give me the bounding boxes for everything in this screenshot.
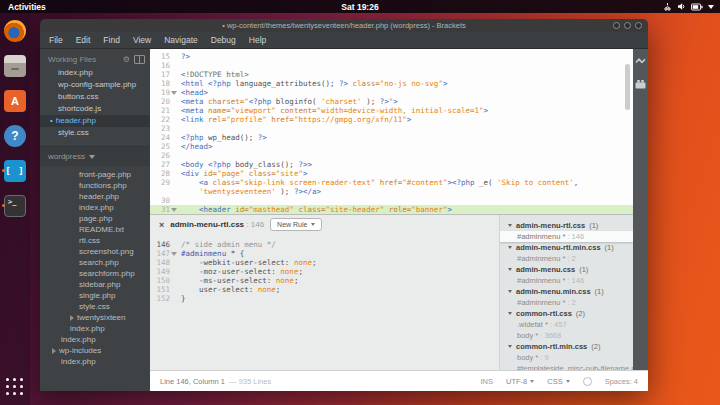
dock-item-firefox[interactable]	[2, 18, 28, 43]
rules-file-admin-menu.css[interactable]: admin-menu.css (1)	[500, 264, 633, 275]
gear-icon[interactable]: ⚙	[123, 56, 130, 64]
tree-item-index.php[interactable]: index.php	[40, 356, 150, 367]
tree-item-sidebar.php[interactable]: sidebar.php	[40, 279, 150, 290]
code-line-18[interactable]: 18<html <?php language_attributes(); ?> …	[150, 79, 633, 88]
tree-item-twentysixteen[interactable]: twentysixteen	[40, 312, 150, 323]
editor[interactable]: 15?>1617<!DOCTYPE html>18<html <?php lan…	[150, 49, 633, 370]
tree-item-README.txt[interactable]: README.txt	[40, 224, 150, 235]
clock[interactable]: Sat 19:26	[0, 2, 720, 12]
encoding-select[interactable]: UTF-8	[506, 377, 534, 386]
dock-item-file-manager[interactable]	[2, 53, 28, 78]
code-line-31[interactable]: 31 <header id="masthead" class="site-hea…	[150, 205, 633, 214]
rule-body *[interactable]: body * : 3668	[500, 330, 633, 341]
menu-view[interactable]: View	[133, 35, 151, 45]
tree-item-style.css[interactable]: style.css	[40, 301, 150, 312]
code-line-146[interactable]: 146/* side admin menu */	[150, 240, 499, 249]
tree-item-single.php[interactable]: single.php	[40, 290, 150, 301]
tree-item-page.php[interactable]: page.php	[40, 213, 150, 224]
tree-item-screenshot.png[interactable]: screenshot.png	[40, 246, 150, 257]
rule-#adminmenu *[interactable]: #adminmenu * : 146	[500, 275, 633, 286]
extension-manager-icon[interactable]	[635, 79, 646, 89]
tree-item-wp-includes[interactable]: wp-includes	[40, 345, 150, 356]
tree-item-rtl.css[interactable]: rtl.css	[40, 235, 150, 246]
tree-item-header.php[interactable]: header.php	[40, 191, 150, 202]
tree-item-search.php[interactable]: search.php	[40, 257, 150, 268]
code-line-26[interactable]: 26	[150, 151, 633, 160]
language-select[interactable]: CSS	[547, 377, 569, 386]
dock-item-brackets[interactable]: [ ]	[2, 158, 28, 183]
project-dropdown[interactable]: wordpress	[40, 146, 150, 166]
tree-item-index.php[interactable]: index.php	[40, 202, 150, 213]
menu-edit[interactable]: Edit	[76, 35, 91, 45]
dock-item-ubuntu-software[interactable]: A	[2, 88, 28, 113]
rules-file-admin-menu.min.css[interactable]: admin-menu.min.css (1)	[500, 286, 633, 297]
working-file-index.php[interactable]: index.php	[40, 67, 150, 79]
code-line-16[interactable]: 16	[150, 61, 633, 70]
indent-setting[interactable]: Spaces: 4	[605, 377, 638, 386]
code-line-15[interactable]: 15?>	[150, 52, 633, 61]
code-line-19[interactable]: 19<head>	[150, 88, 633, 97]
working-file-header.php[interactable]: •header.php	[40, 115, 150, 127]
working-file-shortcode.js[interactable]: shortcode.js	[40, 103, 150, 115]
rule-#adminmenu *[interactable]: #adminmenu * : 2	[500, 297, 633, 308]
working-file-style.css[interactable]: style.css	[40, 127, 150, 139]
code-line-22[interactable]: 22<link rel="profile" href="https://gmpg…	[150, 115, 633, 124]
dock-item-show-applications[interactable]	[2, 374, 28, 399]
code-line-24[interactable]: 24<?php wp_head(); ?>	[150, 133, 633, 142]
code-line-25[interactable]: 25</head>	[150, 142, 633, 151]
menu-navigate[interactable]: Navigate	[164, 35, 198, 45]
rules-file-common-rtl.min.css[interactable]: common-rtl.min.css (2)	[500, 341, 633, 352]
code-line-150[interactable]: 150 -ms-user-select: none;	[150, 276, 499, 285]
tree-item-front-page.php[interactable]: front-page.php	[40, 169, 150, 180]
rule-#adminmenu *[interactable]: #adminmenu * : 2	[500, 253, 633, 264]
close-button[interactable]	[635, 22, 642, 29]
code-line-wrap[interactable]: 'twentyseventeen' ); ?></a>	[150, 187, 633, 196]
maximize-button[interactable]	[624, 22, 631, 29]
quick-edit-code[interactable]: 146/* side admin menu */147#adminmenu * …	[150, 240, 499, 303]
window-controls[interactable]	[613, 22, 642, 29]
tree-item-functions.php[interactable]: functions.php	[40, 180, 150, 191]
working-file-buttons.css[interactable]: buttons.css	[40, 91, 150, 103]
menu-help[interactable]: Help	[249, 35, 266, 45]
tree-item-index.php[interactable]: index.php	[40, 334, 150, 345]
code-line-29[interactable]: 29 <a class="skip-link screen-reader-tex…	[150, 178, 633, 187]
close-icon[interactable]: ×	[159, 220, 164, 230]
minimize-button[interactable]	[613, 22, 620, 29]
code-line-151[interactable]: 151 user-select: none;	[150, 285, 499, 294]
rules-file-admin-menu-rtl.min.css[interactable]: admin-menu-rtl.min.css (1)	[500, 242, 633, 253]
rule-body *[interactable]: body * : 9	[500, 352, 633, 363]
code-line-148[interactable]: 148 -webkit-user-select: none;	[150, 258, 499, 267]
scrollbar[interactable]	[625, 64, 630, 110]
title-bar[interactable]: • wp-content/themes/twentyseventeen/head…	[40, 19, 648, 32]
rules-file-common-rtl.css[interactable]: common-rtl.css (2)	[500, 308, 633, 319]
rule-.widefat *[interactable]: .widefat * : 457	[500, 319, 633, 330]
menu-file[interactable]: File	[49, 35, 63, 45]
insert-mode-indicator[interactable]: INS	[480, 377, 493, 386]
code-line-30[interactable]: 30	[150, 196, 633, 205]
live-preview-icon[interactable]	[635, 56, 646, 66]
code-line-27[interactable]: 27<body <?php body_class(); ?>>	[150, 160, 633, 169]
code-line-147[interactable]: 147#adminmenu * {	[150, 249, 499, 258]
working-file-wp-config-sample.php[interactable]: wp-config-sample.php	[40, 79, 150, 91]
rule-#adminmenu *[interactable]: #adminmenu * : 146	[500, 231, 633, 242]
code-line-149[interactable]: 149 -moz-user-select: none;	[150, 267, 499, 276]
rules-file-admin-menu-rtl.css[interactable]: admin-menu-rtl.css (1)	[500, 220, 633, 231]
activities-button[interactable]: Activities	[0, 2, 46, 12]
code-line-17[interactable]: 17<!DOCTYPE html>	[150, 70, 633, 79]
code-area[interactable]: 15?>1617<!DOCTYPE html>18<html <?php lan…	[150, 49, 633, 214]
code-line-21[interactable]: 21<meta name="viewport" content="width=d…	[150, 106, 633, 115]
menu-debug[interactable]: Debug	[211, 35, 236, 45]
code-line-20[interactable]: 20<meta charset="<?php bloginfo( 'charse…	[150, 97, 633, 106]
dock-item-terminal[interactable]: >_	[2, 193, 28, 218]
tree-item-index.php[interactable]: index.php	[40, 323, 150, 334]
lint-status-icon[interactable]	[583, 377, 592, 386]
new-rule-button[interactable]: New Rule	[270, 218, 322, 231]
code-line-23[interactable]: 23	[150, 124, 633, 133]
dock-item-help[interactable]: ?	[2, 123, 28, 148]
menu-find[interactable]: Find	[103, 35, 120, 45]
rule-#templateside,.misc-pub-filename,pre,wi...[interactable]: #templateside,.misc-pub-filename,pre,wi.…	[500, 363, 633, 370]
code-line-28[interactable]: 28<div id="page" class="site">	[150, 169, 633, 178]
tree-item-searchform.php[interactable]: searchform.php	[40, 268, 150, 279]
code-line-152[interactable]: 152}	[150, 294, 499, 303]
split-view-icon[interactable]	[134, 55, 145, 64]
